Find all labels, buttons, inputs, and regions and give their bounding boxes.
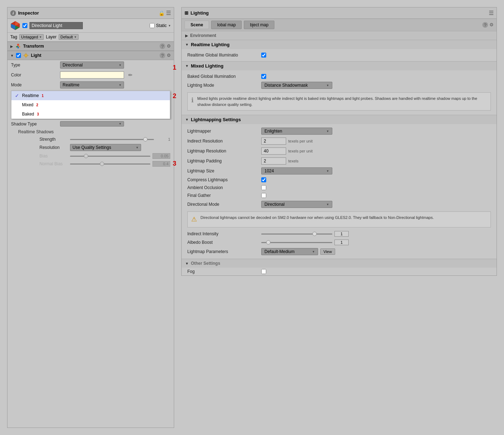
mode-option-baked[interactable]: Baked 3 bbox=[11, 109, 170, 119]
directional-mode-option: Directional bbox=[264, 202, 285, 207]
object-active-checkbox[interactable] bbox=[22, 23, 27, 28]
lighting-mode-dropdown[interactable]: Distance Shadowmask ▼ bbox=[261, 82, 332, 89]
ambient-occlusion-checkbox[interactable] bbox=[261, 185, 266, 190]
final-gather-row: Final Gather bbox=[182, 192, 497, 199]
light-gear-icon[interactable]: ⚙ bbox=[167, 53, 171, 58]
layer-dropdown-arrow: ▼ bbox=[74, 36, 77, 39]
type-value: Directional bbox=[63, 63, 83, 68]
resolution-dropdown[interactable]: Use Quality Settings ▼ bbox=[70, 144, 141, 151]
realtime-gi-label: Realtime Global Illuminatio bbox=[187, 53, 258, 58]
mode-option-realtime-label: Realtime bbox=[22, 93, 39, 98]
lightmap-res-label: Lightmap Resolution bbox=[187, 149, 258, 154]
eyedropper-icon[interactable]: ✏ bbox=[128, 72, 133, 78]
mode-option-realtime[interactable]: ✓ Realtime 1 bbox=[11, 91, 170, 100]
lighting-panel-wrapper: 1 2 3 ⊞ Lighting ☰ Scene lobal map bject… bbox=[181, 7, 497, 428]
light-help-icon[interactable]: ? bbox=[160, 53, 165, 58]
albedo-boost-slider[interactable] bbox=[261, 242, 332, 243]
strength-slider-row: Strength 1 bbox=[7, 136, 174, 143]
lock-icon[interactable]: 🔒 bbox=[159, 10, 165, 16]
baked-gi-value bbox=[261, 74, 491, 79]
environment-section-header[interactable]: ▶ Environment bbox=[182, 31, 497, 40]
mode-dropdown[interactable]: Realtime ▼ bbox=[60, 81, 124, 88]
lightmap-padding-input[interactable] bbox=[261, 157, 286, 165]
object-row: Static ▼ bbox=[7, 19, 174, 33]
tab-global-map[interactable]: lobal map bbox=[211, 21, 242, 29]
fog-row: Fog bbox=[182, 268, 497, 275]
lightmap-params-dropdown[interactable]: Default-Medium ▼ bbox=[261, 248, 318, 255]
lighting-menu-icon[interactable]: ☰ bbox=[489, 10, 494, 16]
shadow-type-label: Shadow Type bbox=[11, 122, 57, 127]
realtime-lighting-header[interactable]: ▼ Realtime Lighting bbox=[182, 40, 497, 49]
light-icon bbox=[23, 53, 29, 58]
shadow-type-prop-row: Shadow Type ▼ bbox=[7, 120, 174, 128]
mixed-lighting-info-box: ℹ Mixed lights provide realtime direct l… bbox=[187, 92, 491, 111]
lightmapping-header[interactable]: ▼ Lightmapping Settings bbox=[182, 115, 497, 124]
inspector-header: i Inspector 🔒 ☰ bbox=[7, 7, 174, 19]
compress-checkbox[interactable] bbox=[261, 177, 266, 182]
directional-mode-dropdown[interactable]: Directional ▼ bbox=[261, 201, 332, 208]
fog-checkbox[interactable] bbox=[261, 269, 266, 274]
light-active-checkbox[interactable] bbox=[16, 53, 21, 58]
strength-label: Strength bbox=[39, 137, 68, 142]
inspector-panel: i Inspector 🔒 ☰ Static ▼ Tag Untagged ▼ bbox=[7, 7, 174, 428]
transform-section-header[interactable]: ▶ Transform ? ⚙ bbox=[7, 42, 174, 51]
transform-gear-icon[interactable]: ⚙ bbox=[167, 43, 171, 49]
lighting-mode-row: Lighting Mode Distance Shadowmask ▼ bbox=[182, 80, 497, 90]
tag-value: Untagged bbox=[21, 35, 38, 39]
strength-slider-track[interactable] bbox=[70, 139, 154, 140]
indirect-intensity-slider[interactable] bbox=[261, 233, 332, 235]
bias-label: Bias bbox=[39, 154, 68, 159]
baked-gi-checkbox[interactable] bbox=[261, 74, 266, 79]
indirect-intensity-input[interactable] bbox=[334, 231, 349, 237]
tag-dropdown[interactable]: Untagged ▼ bbox=[19, 34, 44, 40]
view-button[interactable]: View bbox=[320, 248, 335, 255]
final-gather-checkbox[interactable] bbox=[261, 193, 266, 198]
light-actions: ? ⚙ bbox=[160, 53, 171, 58]
mode-option-mixed-label: Mixed bbox=[22, 102, 33, 107]
lightmap-size-dropdown[interactable]: 1024 ▼ bbox=[261, 167, 332, 174]
transform-help-icon[interactable]: ? bbox=[160, 43, 165, 49]
tab-scene[interactable]: Scene bbox=[184, 21, 209, 29]
layer-dropdown[interactable]: Default ▼ bbox=[59, 34, 79, 40]
other-settings-header[interactable]: ▼ Other Settings bbox=[182, 259, 497, 268]
other-settings-title: Other Settings bbox=[191, 261, 220, 266]
mixed-lighting-header[interactable]: ▼ Mixed Lighting bbox=[182, 61, 497, 70]
mode-label: Mode bbox=[11, 82, 57, 87]
mode-option-mixed[interactable]: Mixed 2 bbox=[11, 100, 170, 109]
realtime-gi-checkbox[interactable] bbox=[261, 53, 266, 58]
bias-slider-track[interactable] bbox=[70, 156, 150, 157]
lightmapper-dropdown[interactable]: Enlighten ▼ bbox=[261, 128, 332, 135]
light-section-header[interactable]: ▼ Light ? ⚙ bbox=[7, 51, 174, 60]
other-settings-arrow: ▼ bbox=[185, 262, 189, 265]
albedo-boost-label: Albedo Boost bbox=[187, 240, 258, 245]
bias-slider-thumb[interactable] bbox=[84, 154, 88, 158]
indirect-intensity-thumb[interactable] bbox=[312, 232, 317, 236]
albedo-boost-thumb[interactable] bbox=[266, 240, 270, 245]
strength-slider-thumb[interactable] bbox=[143, 137, 148, 141]
svg-point-8 bbox=[25, 54, 27, 57]
static-checkbox[interactable] bbox=[150, 23, 155, 28]
inspector-title-group: i Inspector bbox=[10, 10, 39, 16]
static-dropdown-arrow[interactable]: ▼ bbox=[168, 24, 171, 27]
tab-help-icon[interactable]: ? bbox=[482, 22, 488, 28]
indirect-res-input[interactable] bbox=[261, 138, 286, 145]
final-gather-value bbox=[261, 193, 491, 198]
strength-value: 1 bbox=[156, 137, 170, 141]
ambient-occlusion-value bbox=[261, 185, 491, 190]
lightmapper-value: Enlighten ▼ bbox=[261, 128, 491, 135]
lightmapping-title: Lightmapping Settings bbox=[191, 117, 241, 122]
menu-icon[interactable]: ☰ bbox=[166, 10, 171, 16]
lightmap-res-value: texels per unit bbox=[261, 147, 491, 155]
tab-gear-icon[interactable]: ⚙ bbox=[489, 22, 494, 28]
albedo-boost-input[interactable] bbox=[334, 240, 349, 245]
normal-bias-slider-thumb[interactable] bbox=[100, 162, 104, 166]
lightmap-res-input[interactable] bbox=[261, 147, 286, 155]
type-dropdown[interactable]: Directional ▼ bbox=[60, 61, 124, 69]
tab-object-map[interactable]: bject map bbox=[244, 21, 274, 29]
shadow-type-dropdown[interactable]: ▼ bbox=[60, 121, 124, 127]
mixed-lighting-info-text: Mixed lights provide realtime direct lig… bbox=[197, 96, 487, 107]
normal-bias-slider-track[interactable] bbox=[70, 163, 150, 165]
color-swatch[interactable] bbox=[60, 71, 124, 79]
object-name-field[interactable] bbox=[30, 22, 83, 29]
shadow-type-arrow: ▼ bbox=[119, 122, 122, 125]
